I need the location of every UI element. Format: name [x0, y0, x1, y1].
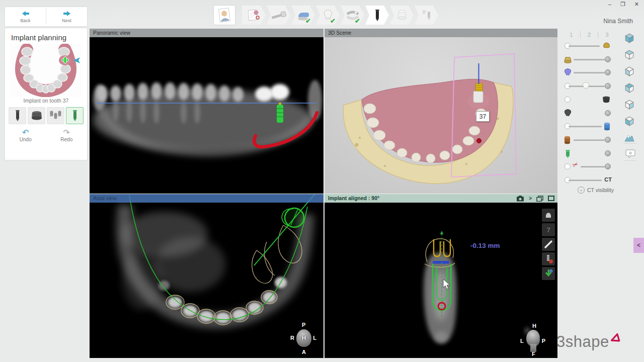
scene3d-model[interactable] [325, 37, 557, 194]
step-occlusion-alignment[interactable]: ✔ [341, 6, 364, 25]
layout-cube-top-icon[interactable] [623, 48, 636, 61]
axial-slice[interactable] [90, 194, 324, 358]
implant-kit-icon[interactable] [47, 107, 64, 124]
crown-gold-icon [602, 41, 611, 51]
close-icon[interactable]: ✕ [634, 1, 639, 8]
tab-1[interactable]: 1 [562, 31, 581, 38]
restoration-visibility-slider[interactable] [564, 67, 612, 77]
undo-button[interactable]: ↶ Undo [5, 129, 46, 142]
step-scan-wand[interactable] [267, 6, 290, 25]
tab-2[interactable]: 2 [581, 31, 599, 38]
logo-text: 3shape [556, 332, 609, 352]
scissors-icon: ✂ [571, 160, 579, 169]
molar-dark-icon [564, 109, 572, 119]
step-ct-scan[interactable]: ✔ [291, 6, 315, 25]
implant-caption: Implant on tooth 37 [5, 98, 87, 104]
back-label: Back [20, 18, 30, 23]
restore-icon[interactable]: ❐ [620, 1, 625, 8]
molar-solid-toggle[interactable] [564, 108, 612, 118]
model-view-icon[interactable] [623, 131, 636, 144]
panel-collapse-tab[interactable]: < [633, 238, 644, 253]
step-tooth-design[interactable]: ✔ [316, 6, 340, 25]
redo-icon: ↷ [46, 129, 88, 137]
abutment-gold-icon [564, 55, 572, 65]
implant-type-buttons [5, 107, 87, 124]
ct-slider-label: CT [604, 176, 612, 183]
back-button[interactable]: Back [5, 7, 46, 26]
scan-wand-icon [271, 9, 287, 21]
ruler-tool-icon[interactable] [542, 238, 555, 251]
axial-orientation-indicator[interactable]: P R H L A [290, 322, 317, 355]
abutment-step-icon [395, 9, 409, 21]
nav-card: Back Next [5, 7, 87, 26]
maximize-icon[interactable] [548, 196, 554, 201]
expand-arrow-icon[interactable]: > [529, 194, 532, 203]
cylinder-copper-icon [564, 135, 571, 146]
comment-icon[interactable]: 0 [624, 147, 637, 160]
implant-green-icon [565, 149, 571, 160]
implant-visibility-toggle[interactable] [564, 148, 612, 158]
chevron-down-icon: ⌄ [578, 187, 585, 194]
implant-planning-panel: Implant planning Implant on tooth 37 [5, 28, 87, 160]
tooth-number-label: 37 [476, 111, 490, 122]
step-order-form[interactable] [242, 6, 266, 25]
depth-measurement-label: -0.13 mm [470, 242, 500, 249]
crown-visibility-slider[interactable] [564, 41, 612, 51]
abutment-tool-icon[interactable] [542, 209, 555, 222]
check-icon: ✔ [355, 17, 360, 25]
ct-visibility-toggle[interactable]: ⌄ CT visibility [578, 187, 614, 194]
teeth-visibility-slider[interactable] [564, 81, 612, 91]
scan-abutment [473, 91, 483, 103]
tooth-number-tool-icon[interactable]: 7 [542, 223, 555, 236]
order-form-icon [247, 9, 261, 22]
logo-triangle-icon [609, 332, 623, 345]
axial-header: Axial view [90, 194, 324, 203]
cut-plane-slider[interactable]: ✂ [564, 161, 612, 171]
user-name: Nina Smith [603, 18, 633, 25]
layout-cube-corner-icon[interactable] [623, 81, 636, 95]
tab-3[interactable]: 3 [598, 31, 616, 38]
screenshot-camera-icon[interactable] [516, 196, 524, 202]
cylinder-copper-slider[interactable] [564, 135, 612, 145]
next-button[interactable]: Next [46, 7, 87, 26]
step-implant-planning[interactable] [365, 6, 389, 25]
brand-logo: 3shape [556, 332, 623, 352]
abutment-visibility-slider[interactable] [564, 54, 612, 64]
step-abutment-design[interactable] [390, 6, 414, 25]
patient-photo-button[interactable] [214, 6, 235, 25]
implant-screw-top [475, 83, 482, 91]
restore-layout-icon[interactable] [536, 196, 543, 202]
check-icon: ✔ [305, 17, 311, 25]
layout-cube-right-icon[interactable] [623, 98, 636, 111]
jaw-overview-image [10, 44, 82, 97]
abutment-icon[interactable] [28, 107, 45, 124]
workflow-steps: ✔ ✔ ✔ [241, 6, 438, 25]
implant-aligned-viewport[interactable]: Implant aligned : 90° > [324, 194, 557, 358]
ct-opacity-slider[interactable]: CT [564, 175, 612, 185]
nerve-point-red [477, 139, 481, 143]
undo-label: Undo [20, 137, 32, 142]
panel-title: Implant planning [5, 28, 87, 44]
implant-depth-tool-icon[interactable] [542, 252, 555, 265]
cylinder-blue-slider[interactable] [564, 121, 612, 131]
implant-orientation-indicator[interactable]: H L P F [519, 323, 548, 357]
implant-selected-icon[interactable] [66, 107, 84, 124]
molar-purple-icon [564, 68, 572, 78]
undo-redo-row: ↶ Undo ↷ Redo [5, 129, 87, 142]
layout-cube-left-icon[interactable] [623, 65, 636, 78]
layout-cube-bottom-icon[interactable] [623, 115, 636, 128]
panoramic-viewport[interactable]: Panoramic view [90, 29, 324, 194]
abutment-solid-toggle[interactable] [564, 95, 612, 105]
axial-viewport[interactable]: Axial view P R H L A [90, 194, 324, 358]
step-finalize[interactable] [415, 6, 438, 25]
layout-cube-front-icon[interactable] [623, 32, 636, 45]
undo-icon: ↶ [5, 129, 46, 137]
scene3d-viewport[interactable]: 3D Scene 37 [324, 29, 557, 194]
visibility-tabs: 1 2 3 [562, 31, 616, 38]
next-label: Next [62, 18, 71, 23]
redo-button[interactable]: ↷ Redo [46, 129, 88, 142]
minimize-icon[interactable]: – [608, 1, 611, 8]
export-tool-icon[interactable] [542, 267, 555, 280]
panoramic-xray[interactable] [90, 37, 324, 194]
implant-icon[interactable] [9, 107, 26, 124]
